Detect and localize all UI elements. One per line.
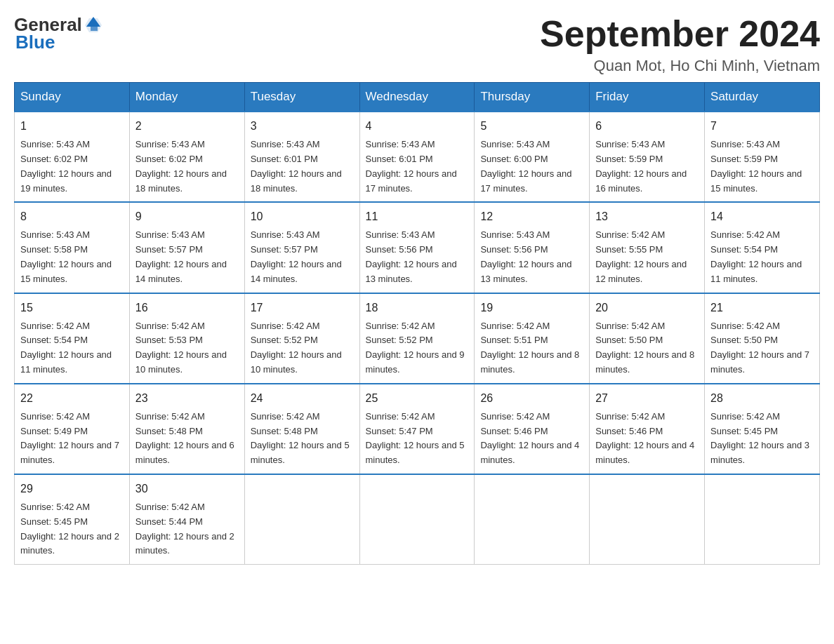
- day-number: 20: [595, 300, 699, 316]
- day-info: Sunrise: 5:42 AMSunset: 5:46 PMDaylight:…: [595, 411, 694, 465]
- header-thursday: Thursday: [475, 83, 590, 112]
- day-number: 9: [135, 208, 239, 225]
- calendar-cell: 26Sunrise: 5:42 AMSunset: 5:46 PMDayligh…: [475, 384, 590, 474]
- day-number: 21: [710, 300, 814, 316]
- calendar-subtitle: Quan Mot, Ho Chi Minh, Vietnam: [540, 57, 820, 75]
- day-number: 14: [710, 208, 814, 225]
- day-info: Sunrise: 5:43 AMSunset: 5:59 PMDaylight:…: [710, 139, 802, 193]
- day-number: 19: [480, 300, 583, 316]
- svg-marker-2: [91, 22, 98, 31]
- day-info: Sunrise: 5:43 AMSunset: 5:57 PMDaylight:…: [251, 229, 342, 283]
- day-info: Sunrise: 5:43 AMSunset: 6:02 PMDaylight:…: [135, 139, 227, 193]
- calendar-cell: 20Sunrise: 5:42 AMSunset: 5:50 PMDayligh…: [590, 293, 705, 384]
- title-section: September 2024 Quan Mot, Ho Chi Minh, Vi…: [540, 14, 820, 75]
- day-info: Sunrise: 5:43 AMSunset: 5:56 PMDaylight:…: [366, 229, 457, 283]
- calendar-cell: 28Sunrise: 5:42 AMSunset: 5:45 PMDayligh…: [705, 384, 820, 474]
- calendar-cell: 3Sunrise: 5:43 AMSunset: 6:01 PMDaylight…: [244, 112, 359, 202]
- day-info: Sunrise: 5:43 AMSunset: 5:57 PMDaylight:…: [135, 229, 227, 283]
- day-info: Sunrise: 5:42 AMSunset: 5:55 PMDaylight:…: [595, 229, 687, 283]
- day-number: 26: [480, 390, 583, 407]
- calendar-cell: 9Sunrise: 5:43 AMSunset: 5:57 PMDaylight…: [129, 202, 244, 293]
- day-info: Sunrise: 5:42 AMSunset: 5:53 PMDaylight:…: [135, 321, 227, 375]
- day-info: Sunrise: 5:42 AMSunset: 5:54 PMDaylight:…: [20, 321, 112, 375]
- calendar-title: September 2024: [540, 14, 820, 54]
- calendar-cell: [590, 474, 705, 565]
- header-saturday: Saturday: [705, 83, 820, 112]
- day-number: 10: [251, 208, 354, 225]
- day-number: 28: [710, 390, 814, 407]
- calendar-week-1: 1Sunrise: 5:43 AMSunset: 6:02 PMDaylight…: [15, 112, 820, 202]
- day-info: Sunrise: 5:42 AMSunset: 5:45 PMDaylight:…: [710, 411, 809, 465]
- day-info: Sunrise: 5:42 AMSunset: 5:49 PMDaylight:…: [20, 411, 119, 465]
- day-number: 2: [135, 118, 239, 135]
- day-number: 4: [366, 118, 469, 135]
- day-number: 25: [366, 390, 469, 407]
- calendar-cell: 1Sunrise: 5:43 AMSunset: 6:02 PMDaylight…: [15, 112, 130, 202]
- day-number: 24: [251, 390, 354, 407]
- day-number: 29: [20, 481, 124, 497]
- day-number: 18: [366, 300, 469, 316]
- logo-blue-text: Blue: [15, 32, 55, 53]
- day-info: Sunrise: 5:43 AMSunset: 6:02 PMDaylight:…: [20, 139, 112, 193]
- day-info: Sunrise: 5:42 AMSunset: 5:48 PMDaylight:…: [135, 411, 234, 465]
- calendar-cell: 25Sunrise: 5:42 AMSunset: 5:47 PMDayligh…: [359, 384, 475, 474]
- weekday-header-row: Sunday Monday Tuesday Wednesday Thursday…: [15, 83, 820, 112]
- calendar-cell: 8Sunrise: 5:43 AMSunset: 5:58 PMDaylight…: [15, 202, 130, 293]
- day-number: 17: [251, 300, 354, 316]
- calendar-cell: 17Sunrise: 5:42 AMSunset: 5:52 PMDayligh…: [244, 293, 359, 384]
- calendar-cell: 23Sunrise: 5:42 AMSunset: 5:48 PMDayligh…: [129, 384, 244, 474]
- day-info: Sunrise: 5:42 AMSunset: 5:52 PMDaylight:…: [366, 321, 465, 375]
- calendar-cell: 14Sunrise: 5:42 AMSunset: 5:54 PMDayligh…: [705, 202, 820, 293]
- day-number: 13: [595, 208, 699, 225]
- day-info: Sunrise: 5:43 AMSunset: 5:59 PMDaylight:…: [595, 139, 687, 193]
- day-number: 30: [135, 481, 239, 497]
- day-info: Sunrise: 5:42 AMSunset: 5:50 PMDaylight:…: [710, 321, 809, 375]
- day-info: Sunrise: 5:43 AMSunset: 6:01 PMDaylight:…: [251, 139, 342, 193]
- calendar-cell: 4Sunrise: 5:43 AMSunset: 6:01 PMDaylight…: [359, 112, 475, 202]
- day-info: Sunrise: 5:42 AMSunset: 5:51 PMDaylight:…: [480, 321, 579, 375]
- day-info: Sunrise: 5:43 AMSunset: 5:58 PMDaylight:…: [20, 229, 112, 283]
- calendar-cell: 18Sunrise: 5:42 AMSunset: 5:52 PMDayligh…: [359, 293, 475, 384]
- logo: General Blue: [14, 14, 103, 53]
- calendar-cell: 11Sunrise: 5:43 AMSunset: 5:56 PMDayligh…: [359, 202, 475, 293]
- day-number: 7: [710, 118, 814, 135]
- calendar-cell: [244, 474, 359, 565]
- day-info: Sunrise: 5:42 AMSunset: 5:48 PMDaylight:…: [251, 411, 350, 465]
- calendar-cell: 24Sunrise: 5:42 AMSunset: 5:48 PMDayligh…: [244, 384, 359, 474]
- calendar-cell: 7Sunrise: 5:43 AMSunset: 5:59 PMDaylight…: [705, 112, 820, 202]
- day-number: 11: [366, 208, 469, 225]
- day-number: 3: [251, 118, 354, 135]
- day-info: Sunrise: 5:42 AMSunset: 5:50 PMDaylight:…: [595, 321, 694, 375]
- header-monday: Monday: [129, 83, 244, 112]
- day-number: 27: [595, 390, 699, 407]
- calendar-cell: 19Sunrise: 5:42 AMSunset: 5:51 PMDayligh…: [475, 293, 590, 384]
- calendar-cell: [705, 474, 820, 565]
- calendar-cell: [475, 474, 590, 565]
- page-header: General Blue September 2024 Quan Mot, Ho…: [14, 14, 820, 75]
- day-info: Sunrise: 5:42 AMSunset: 5:47 PMDaylight:…: [366, 411, 465, 465]
- day-info: Sunrise: 5:42 AMSunset: 5:52 PMDaylight:…: [251, 321, 342, 375]
- calendar-cell: 15Sunrise: 5:42 AMSunset: 5:54 PMDayligh…: [15, 293, 130, 384]
- calendar-week-4: 22Sunrise: 5:42 AMSunset: 5:49 PMDayligh…: [15, 384, 820, 474]
- calendar-cell: 2Sunrise: 5:43 AMSunset: 6:02 PMDaylight…: [129, 112, 244, 202]
- calendar-cell: 6Sunrise: 5:43 AMSunset: 5:59 PMDaylight…: [590, 112, 705, 202]
- calendar-cell: 22Sunrise: 5:42 AMSunset: 5:49 PMDayligh…: [15, 384, 130, 474]
- header-friday: Friday: [590, 83, 705, 112]
- calendar-week-3: 15Sunrise: 5:42 AMSunset: 5:54 PMDayligh…: [15, 293, 820, 384]
- calendar-cell: 30Sunrise: 5:42 AMSunset: 5:44 PMDayligh…: [129, 474, 244, 565]
- day-number: 5: [480, 118, 583, 135]
- calendar-cell: 16Sunrise: 5:42 AMSunset: 5:53 PMDayligh…: [129, 293, 244, 384]
- day-info: Sunrise: 5:43 AMSunset: 6:01 PMDaylight:…: [366, 139, 457, 193]
- calendar-week-5: 29Sunrise: 5:42 AMSunset: 5:45 PMDayligh…: [15, 474, 820, 565]
- day-number: 8: [20, 208, 124, 225]
- calendar-cell: [359, 474, 475, 565]
- day-info: Sunrise: 5:42 AMSunset: 5:46 PMDaylight:…: [480, 411, 579, 465]
- day-info: Sunrise: 5:43 AMSunset: 5:56 PMDaylight:…: [480, 229, 571, 283]
- header-tuesday: Tuesday: [244, 83, 359, 112]
- calendar-cell: 27Sunrise: 5:42 AMSunset: 5:46 PMDayligh…: [590, 384, 705, 474]
- day-number: 12: [480, 208, 583, 225]
- day-number: 22: [20, 390, 124, 407]
- day-number: 15: [20, 300, 124, 316]
- day-number: 16: [135, 300, 239, 316]
- header-sunday: Sunday: [15, 83, 130, 112]
